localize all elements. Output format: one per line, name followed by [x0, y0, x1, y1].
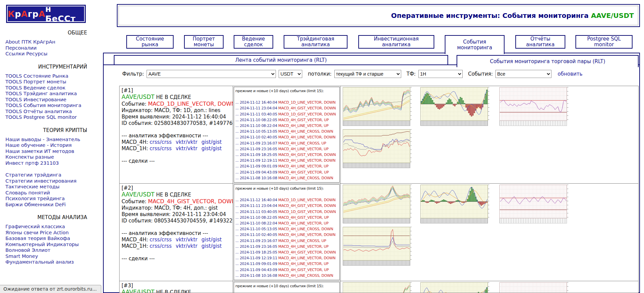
sidebar-item[interactable]: TOOLS Ведение сделок	[5, 85, 103, 91]
tab-label: Портретмонеты	[192, 36, 215, 48]
chart-canvas	[343, 87, 410, 121]
chart-canvas	[343, 185, 410, 218]
analytics-link[interactable]: gist/gist	[202, 139, 222, 145]
event-name: MACD_4H_LINE_CROSS, DOWN	[278, 227, 333, 231]
analytics-link[interactable]: gist/gist	[202, 243, 222, 249]
sidebar-item[interactable]: TOOLS Состояние Рынка	[5, 73, 103, 79]
event-name: MACD_4H_LINE_VECTOR, DOWN	[278, 158, 335, 163]
analytics-link[interactable]: vktr/vktr	[176, 237, 197, 243]
event-name: MACD_4H_GIST_VECTOR, UP	[278, 215, 329, 220]
sidebar-item[interactable]: TOOLS Postgree SQL monitor	[5, 114, 103, 121]
sidebar-item[interactable]: Психология трейдинга	[5, 196, 103, 202]
x-axis-ticks	[499, 218, 567, 223]
sidebar-item[interactable]: Инвест пртф 231103	[5, 160, 103, 166]
analytics-link[interactable]: crss/crss	[150, 139, 172, 145]
tab-6[interactable]: Событиямониторинга	[445, 35, 505, 54]
events-list-header: прежние и новые (+10 days) события (limi…	[235, 186, 338, 191]
sidebar-item[interactable]: TOOLS Трэйдинг аналитика	[5, 91, 103, 97]
panel-number: [#2]	[122, 185, 231, 191]
sidebar-item[interactable]: Японы свечи Price Action	[5, 230, 103, 236]
equity-chart	[343, 129, 415, 168]
event-timestamp: ... 2024-11-09 04:43:09	[235, 170, 278, 175]
panel-events: прежние и новые (+10 days) события (limi…	[233, 281, 341, 293]
chart-canvas	[343, 129, 410, 163]
tab-5[interactable]: Инвестиционнаяаналитика	[358, 35, 434, 49]
event-row: ... 2024-11-09 23:16:07 MACD_4H_LINE_CRO…	[235, 140, 338, 146]
sidebar-item[interactable]: Графический классика	[5, 224, 103, 230]
sidebar-item[interactable]: Волновой Эллиот	[5, 247, 103, 254]
event-row: ... 2024-11-09 04:43:09 MACD_4H_GIST_VEC…	[235, 267, 338, 273]
pair-line: AAVE/USDT НЕ В СДЕЛКЕ	[122, 94, 231, 101]
sidebar-item[interactable]: Компьютерный Индикаторы	[5, 242, 103, 248]
sidebar-item[interactable]: Словарь понятий	[5, 190, 103, 196]
tab-3[interactable]: Ведениесделок	[234, 35, 273, 49]
tab-8[interactable]: Postgree SQLmonitor	[575, 35, 633, 49]
events-select[interactable]: Все	[495, 70, 551, 78]
analytics-link[interactable]: crss/crss	[150, 237, 172, 243]
tab-4[interactable]: Трэйдинговаяаналитика	[284, 35, 347, 49]
sidebar-item[interactable]: About ПТК КрАгрАн	[5, 39, 103, 45]
pair-label: AAVE/USDT	[122, 94, 154, 100]
logo-letter: А	[38, 9, 45, 19]
analytics-link[interactable]: gist/gist	[202, 237, 222, 243]
sidebar-item[interactable]: Биржи Обменники DeFi	[5, 202, 103, 208]
x-axis-ticks	[343, 218, 410, 223]
subtab-pair-events[interactable]: События мониторинга торговой пары (RLT)	[457, 55, 639, 67]
event-row: ... 2024-11-10 08:22:04 MACD_4H_LINE_VEC…	[235, 123, 338, 129]
subtab-event-feed[interactable]: Лента событий мониторинга (RLT)	[114, 55, 448, 65]
y-axis-ticks	[488, 87, 492, 120]
tab-1[interactable]: Состояниерынка	[126, 35, 174, 49]
analytics-link[interactable]: gist/gist	[202, 145, 222, 152]
equity-chart	[343, 227, 415, 266]
sidebar-item[interactable]: TOOLS События мониторинга	[5, 103, 103, 109]
quote-select[interactable]: USDT	[279, 70, 302, 78]
event-row: ... 2024-11-08 10:16:08 MACD_4H_LINE_CRO…	[235, 175, 338, 181]
analytics-link[interactable]: vktr/vktr	[176, 139, 197, 145]
event-timestamp: ... 2024-11-09 23:16:07	[235, 239, 278, 243]
sidebar-item[interactable]: Ссылки Ресурсы	[5, 51, 103, 57]
tf-select[interactable]: 1H	[418, 70, 463, 78]
event-line: Событие: MACD_4H_GIST_VECTOR, DOWN	[122, 198, 231, 205]
event-timestamp: ... 2024-11-10 02:40:05	[235, 233, 278, 237]
y-axis-ticks	[410, 185, 415, 218]
sidebar-item[interactable]: Smart Money	[5, 254, 103, 260]
tab-7[interactable]: Отчётыаналитика	[515, 35, 565, 49]
ceil-select[interactable]: текущий ТФ и старше	[334, 70, 401, 78]
sidebar-section-heading: МЕТОДЫ АНАЛИЗА	[0, 214, 87, 220]
sidebar-item[interactable]: Стратегии инвестирования	[5, 178, 103, 184]
analytics-link[interactable]: crss/crss	[150, 145, 172, 152]
page-title-pair: AAVE/USDT	[591, 11, 634, 20]
event-timestamp: ... 2024-11-09 18:25:05	[235, 250, 278, 255]
coin-select[interactable]: AAVE	[147, 70, 276, 78]
sidebar-item[interactable]: TOOLS Инвестирование	[5, 97, 103, 103]
sidebar-item[interactable]: Конспекты разные	[5, 154, 103, 160]
monitor-panel: [#3]AAVE/USDT НЕ В СДЕЛКЕпрежние и новые…	[120, 281, 638, 293]
analytics-link[interactable]: crss/crss	[150, 243, 172, 249]
sidebar-item[interactable]: Тактические методы	[5, 184, 103, 190]
analytics-link[interactable]: vktr/vktr	[176, 145, 197, 152]
analytics-link[interactable]: vktr/vktr	[176, 243, 197, 249]
chart-plot-row	[499, 185, 571, 218]
sidebar-item[interactable]: Базовая теория Вайкофа	[5, 236, 103, 242]
analytics-label: MACD_1H:	[122, 145, 150, 152]
sidebar-item[interactable]: TOOLS Портрет монеты	[5, 79, 103, 85]
sidebar-item[interactable]: Наше обучение - История	[5, 142, 103, 149]
event-timestamp: ... 2024-11-09 09:01:09	[235, 262, 278, 266]
sidebar-item[interactable]: Персоналии	[5, 45, 103, 51]
sidebar-item[interactable]: Фундаментальный анализ	[5, 259, 103, 265]
event-name: MACD_4H_LINE_VECTOR, UP	[278, 262, 329, 266]
event-line: Событие: MACD_1D_LINE_VECTOR, DOWN	[122, 101, 231, 107]
sidebar-item[interactable]: TOOLS Отчёты аналитика	[5, 109, 103, 115]
sidebar-item[interactable]: Наши заметки ИТ методов	[5, 149, 103, 155]
analytics-row: MACD_4H: crss/crssvktr/vktrgist/gist	[122, 237, 231, 243]
sidebar-item[interactable]: Стратегии трэйдинга	[5, 172, 103, 178]
refresh-link[interactable]: обновить	[558, 71, 583, 77]
indicator-line: Индикатор: MACD, ТФ: 4H, доп.: gist	[122, 205, 231, 211]
tab-2[interactable]: Портретмонеты	[184, 35, 224, 49]
sidebar-section-heading: ИНСТРУМЕНТАРИЙ	[0, 64, 87, 70]
indicator-line: Индикатор: MACD, ТФ: 1D, доп.: lines	[122, 107, 231, 114]
event-timestamp: ... 2024-11-08 02:16:09	[235, 279, 278, 280]
event-row: ... 2024-11-12 16:40:04 MACD_1D_LINE_VEC…	[235, 100, 338, 105]
sidebar-item[interactable]: Наши выводы - Знаменатель	[5, 137, 103, 143]
pair-line: AAVE/USDT НЕ В СДЕЛКЕ	[122, 191, 231, 198]
